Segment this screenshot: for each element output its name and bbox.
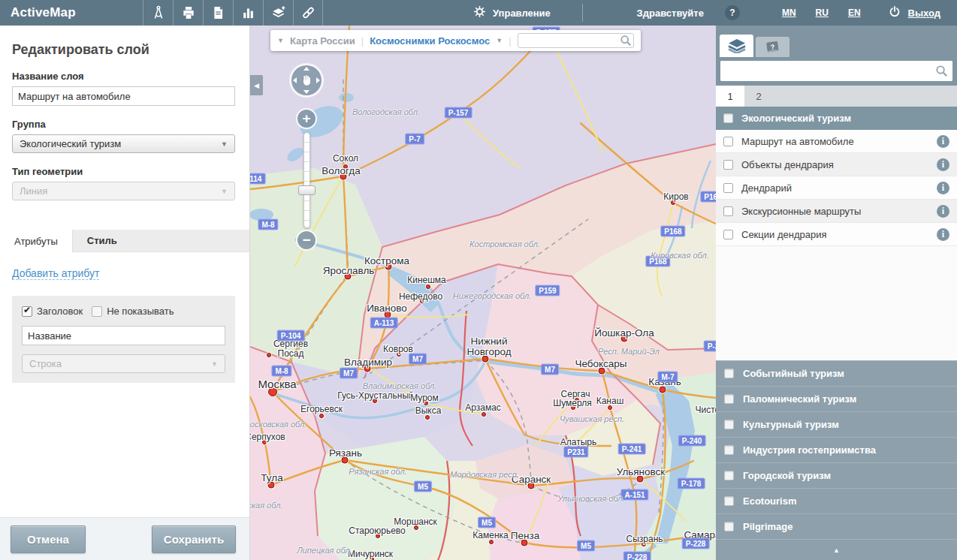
add-attribute-link[interactable]: Добавить атрибут xyxy=(12,267,99,280)
group-checkbox[interactable] xyxy=(723,113,733,123)
page-tab-1[interactable]: 1 xyxy=(716,86,744,107)
tab-style[interactable]: Стиль xyxy=(73,230,131,251)
info-icon[interactable]: i xyxy=(937,135,949,148)
link-icon[interactable] xyxy=(293,0,323,26)
measure-icon[interactable] xyxy=(143,0,173,26)
group-checkbox[interactable] xyxy=(724,522,734,531)
layer-checkbox[interactable] xyxy=(723,206,733,216)
group-label: Группа xyxy=(12,119,237,130)
layer-group-header[interactable]: Культурный туризм xyxy=(716,411,957,437)
title-checkbox[interactable] xyxy=(22,306,32,317)
lang-ru[interactable]: RU xyxy=(816,8,829,18)
zoom-slider[interactable] xyxy=(303,132,310,228)
help-button[interactable]: ? xyxy=(725,5,740,20)
panel-collapse-button[interactable]: ◀ xyxy=(250,75,263,95)
app-logo[interactable]: ActiveMap xyxy=(0,5,143,20)
pan-up-icon[interactable] xyxy=(303,67,309,71)
save-button[interactable]: Сохранить xyxy=(152,525,236,553)
layer-checkbox[interactable] xyxy=(723,137,733,146)
docs-icon[interactable] xyxy=(203,0,233,26)
tab-legend[interactable]: ? xyxy=(756,37,789,57)
attribute-card: Заголовок Не показывать Строка ▼ xyxy=(12,296,235,383)
geometry-type-value: Линия xyxy=(20,185,47,197)
chevron-down-icon: ▼ xyxy=(211,360,218,368)
edit-layer-panel: Редактировать слой Название слоя Группа … xyxy=(0,26,250,560)
layer-checkbox[interactable] xyxy=(723,160,733,170)
lang-en[interactable]: EN xyxy=(848,8,861,18)
pan-right-icon[interactable] xyxy=(316,77,320,83)
group-name: Экологический туризм xyxy=(741,113,851,124)
group-name: Ecotourism xyxy=(743,495,797,507)
layer-group-header[interactable]: Pilgrimage xyxy=(716,513,957,539)
layers-panel-tabs: ? xyxy=(716,26,957,57)
layer-name-input[interactable] xyxy=(12,86,235,106)
layers-search-input[interactable] xyxy=(720,61,952,81)
group-select-value: Экологический туризм xyxy=(20,138,121,149)
stats-icon[interactable] xyxy=(233,0,263,26)
attribute-name-input[interactable] xyxy=(22,326,225,345)
search-icon xyxy=(935,65,948,77)
layer-list-filler xyxy=(716,246,957,360)
management-button[interactable]: Управление xyxy=(473,5,551,20)
layer-name: Объекты дендрария xyxy=(741,159,834,170)
group-checkbox[interactable] xyxy=(724,445,734,455)
group-select[interactable]: Экологический туризм ▼ xyxy=(12,134,235,153)
group-checkbox[interactable] xyxy=(724,496,734,506)
layer-checkbox[interactable] xyxy=(723,183,733,193)
layers-search-row xyxy=(716,57,957,86)
map-canvas[interactable]: МоскваСоколВологдаКировЯрославльКострома… xyxy=(250,26,716,560)
layer-group-header[interactable]: Индустрия гостеприимства xyxy=(716,437,957,462)
layer-checkbox[interactable] xyxy=(723,230,733,239)
logout-button[interactable]: Выход xyxy=(888,5,940,21)
layer-group-header[interactable]: Ecotourism xyxy=(716,488,957,513)
header-toolbar xyxy=(143,0,323,26)
hand-icon xyxy=(300,74,313,86)
group-checkbox[interactable] xyxy=(724,420,734,429)
power-icon xyxy=(888,5,901,21)
pan-down-icon[interactable] xyxy=(303,90,309,94)
geometry-type-select: Линия ▼ xyxy=(12,182,235,200)
logout-label: Выход xyxy=(908,8,940,19)
print-icon[interactable] xyxy=(173,0,203,26)
lang-mn[interactable]: MN xyxy=(782,8,796,18)
legend-book-icon: ? xyxy=(764,40,782,54)
group-checkbox[interactable] xyxy=(724,369,734,378)
layer-row: Объекты дендрарияi xyxy=(716,153,957,176)
language-switcher: MNRUEN xyxy=(782,8,861,18)
page-tab-2[interactable]: 2 xyxy=(744,86,773,107)
tab-attributes[interactable]: Атрибуты xyxy=(0,230,73,252)
group-name: Культурный туризм xyxy=(743,419,839,430)
zoom-slider-handle[interactable] xyxy=(298,185,315,195)
layer-group-header[interactable]: Событийный туризм xyxy=(716,360,957,386)
info-icon[interactable]: i xyxy=(937,205,949,218)
layers-page-tabs: 12 xyxy=(716,86,957,107)
tab-layers[interactable] xyxy=(720,35,753,57)
zoom-out-button[interactable]: − xyxy=(296,230,317,251)
base-layer-button[interactable]: Карта России xyxy=(290,35,355,47)
zoom-in-button[interactable]: + xyxy=(296,108,317,129)
map-search-input[interactable] xyxy=(518,33,634,48)
layer-group-header-expanded[interactable]: Экологический туризм xyxy=(716,107,957,130)
separator: | xyxy=(509,35,511,47)
scroll-up-icon: ▲ xyxy=(833,546,840,554)
info-icon[interactable]: i xyxy=(937,158,949,171)
group-checkbox[interactable] xyxy=(724,471,734,480)
panel-scroll-footer[interactable]: ▲ xyxy=(716,539,957,560)
group-checkbox[interactable] xyxy=(724,394,734,404)
group-name: Индустрия гостеприимства xyxy=(743,444,876,456)
pan-left-icon[interactable] xyxy=(293,77,297,83)
info-icon[interactable]: i xyxy=(937,228,949,241)
activemap-app: ActiveMap Управление Здравствуйте ? MNRU… xyxy=(0,0,957,560)
map-pan-control[interactable] xyxy=(289,63,324,98)
layer-group-header[interactable]: Паломнический туризм xyxy=(716,386,957,411)
cancel-button[interactable]: Отмена xyxy=(11,525,86,553)
chevron-down-icon[interactable]: ▼ xyxy=(496,37,503,44)
info-icon[interactable]: i xyxy=(937,182,949,194)
add-layer-icon[interactable] xyxy=(263,0,293,26)
layer-name: Маршрут на автомобиле xyxy=(741,136,854,147)
layer-name: Дендрарий xyxy=(741,182,792,194)
hide-checkbox[interactable] xyxy=(92,306,102,317)
active-layer-button[interactable]: Космоснимки Роскосмос xyxy=(370,35,490,47)
chevron-down-icon[interactable]: ▼ xyxy=(277,37,284,44)
layer-group-header[interactable]: Городской туризм xyxy=(716,462,957,488)
